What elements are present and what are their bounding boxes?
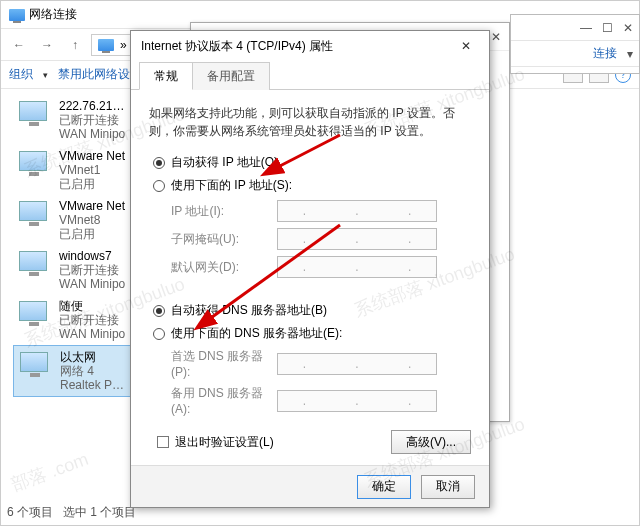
close-icon[interactable]: ✕ (623, 21, 633, 35)
close-icon[interactable]: ✕ (491, 30, 501, 44)
field-label: 备用 DNS 服务器(A): (171, 385, 277, 416)
dialog-titlebar[interactable]: Internet 协议版本 4 (TCP/IPv4) 属性 ✕ (131, 31, 489, 61)
connect-link[interactable]: 连接 (593, 45, 617, 62)
radio-icon (153, 157, 165, 169)
description-text: 如果网络支持此功能，则可以获取自动指派的 IP 设置。否则，你需要从网络系统管理… (149, 104, 471, 140)
ip-input: ... (277, 353, 437, 375)
connection-item-ethernet[interactable]: 以太网网络 4Realtek PCIe (13, 345, 133, 397)
tabs: 常规 备用配置 (131, 61, 489, 90)
radio-icon (153, 180, 165, 192)
radio-icon (153, 305, 165, 317)
ip-input: ... (277, 256, 437, 278)
radio-label: 使用下面的 IP 地址(S): (171, 177, 292, 194)
radio-label: 自动获得 IP 地址(O) (171, 154, 278, 171)
dialog-footer: 确定 取消 (131, 465, 489, 507)
field-label: 子网掩码(U): (171, 231, 277, 248)
partial-window: —☐✕ 连接▾ (510, 14, 640, 74)
checkbox-label: 退出时验证设置(L) (175, 434, 274, 451)
radio-auto-ip[interactable]: 自动获得 IP 地址(O) (153, 154, 471, 171)
connection-item[interactable]: VMware NetVMnet8已启用 (13, 195, 133, 245)
status-bar: 6 个项目 选中 1 个项目 (7, 504, 136, 521)
radio-icon (153, 328, 165, 340)
alternate-dns-field: 备用 DNS 服务器(A): ... (171, 385, 471, 416)
subnet-mask-field: 子网掩码(U): ... (171, 228, 471, 250)
radio-manual-dns[interactable]: 使用下面的 DNS 服务器地址(E): (153, 325, 471, 342)
ok-button[interactable]: 确定 (357, 475, 411, 499)
tab-general[interactable]: 常规 (139, 62, 193, 90)
radio-auto-dns[interactable]: 自动获得 DNS 服务器地址(B) (153, 302, 471, 319)
dropdown-icon: ▾ (43, 70, 48, 80)
selected-count: 选中 1 个项目 (63, 505, 136, 519)
organize-menu[interactable]: 组织 (9, 66, 33, 83)
ip-input: ... (277, 200, 437, 222)
radio-manual-ip[interactable]: 使用下面的 IP 地址(S): (153, 177, 471, 194)
close-button[interactable]: ✕ (453, 36, 479, 56)
back-button[interactable]: ← (7, 34, 31, 56)
connection-item[interactable]: windows7已断开连接WAN Minipo (13, 245, 133, 295)
network-icon (98, 39, 114, 51)
radio-label: 自动获得 DNS 服务器地址(B) (171, 302, 327, 319)
ipv4-properties-dialog: Internet 协议版本 4 (TCP/IPv4) 属性 ✕ 常规 备用配置 … (130, 30, 490, 508)
field-label: 首选 DNS 服务器(P): (171, 348, 277, 379)
window-title: 网络连接 (29, 6, 77, 23)
ip-input: ... (277, 390, 437, 412)
field-label: 默认网关(D): (171, 259, 277, 276)
up-button[interactable]: ↑ (63, 34, 87, 56)
gateway-field: 默认网关(D): ... (171, 256, 471, 278)
radio-label: 使用下面的 DNS 服务器地址(E): (171, 325, 342, 342)
item-count: 6 个项目 (7, 505, 53, 519)
validate-checkbox[interactable] (157, 436, 169, 448)
network-icon (9, 9, 25, 21)
ip-address-field: IP 地址(I): ... (171, 200, 471, 222)
forward-button[interactable]: → (35, 34, 59, 56)
advanced-button[interactable]: 高级(V)... (391, 430, 471, 454)
field-label: IP 地址(I): (171, 203, 277, 220)
cancel-button[interactable]: 取消 (421, 475, 475, 499)
ip-input: ... (277, 228, 437, 250)
preferred-dns-field: 首选 DNS 服务器(P): ... (171, 348, 471, 379)
connection-item[interactable]: VMware NetVMnet1已启用 (13, 145, 133, 195)
dialog-title: Internet 协议版本 4 (TCP/IPv4) 属性 (141, 38, 333, 55)
connection-item[interactable]: 随便已断开连接WAN Minipo (13, 295, 133, 345)
connection-item[interactable]: 222.76.215.21已断开连接WAN Minipo (13, 95, 133, 145)
tab-alternate[interactable]: 备用配置 (192, 62, 270, 90)
